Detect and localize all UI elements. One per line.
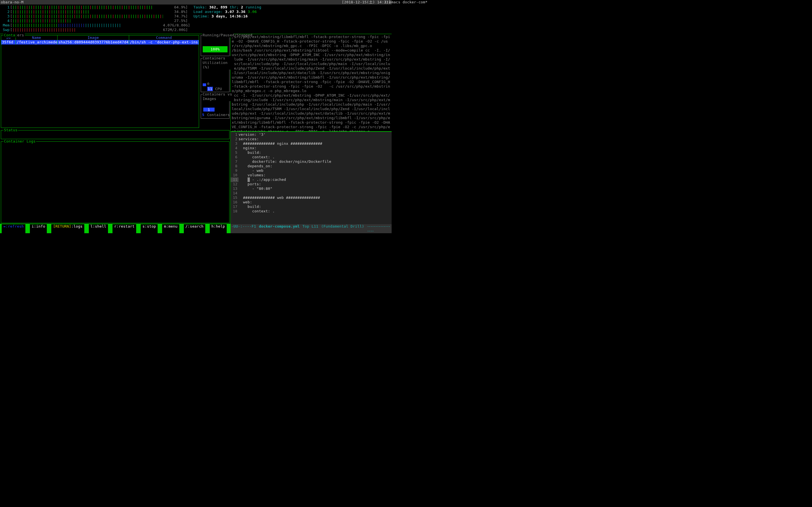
editor-line[interactable]: 1version: '3' [231, 132, 392, 137]
editor-line[interactable]: 5 build: [231, 151, 392, 155]
window-title: 1:emacs docker-com* [0, 0, 392, 4]
cpu-meter-1: 1 [|||||||||||||||||||||||||||||||||||||… [2, 5, 188, 10]
footer-btn-search[interactable]: /:search [184, 224, 205, 233]
rps-meter: 100% [203, 46, 227, 52]
footer-btn-menu[interactable]: m:menu [162, 224, 179, 233]
containers-table[interactable]: Contai ers Id Name Image Command 35f6d/f… [1, 35, 199, 128]
footer-btn-restart[interactable]: r:restart [112, 224, 136, 233]
status-panel: Status [1, 130, 230, 139]
util-bar [203, 83, 206, 86]
mem-meter: Mem [|||||||||||||||||||||||||||||||||||… [2, 23, 188, 27]
editor-line[interactable]: 12 ports: [231, 182, 392, 186]
footer-bar: =:refreshi:info[RETURN]:logsl:shellr:res… [0, 224, 231, 233]
footer-btn-help[interactable]: h:help [210, 224, 227, 233]
footer-btn-info[interactable]: i:info [30, 224, 47, 233]
editor-pane[interactable]: 1version: '3' 2services: 3 #############… [231, 131, 392, 233]
footer-btn-shell[interactable]: l:shell [89, 224, 108, 233]
footer-btn-refresh[interactable]: =:refresh [2, 224, 26, 233]
utilization-widget: Containers Utilization (%) 0 11 CPU [201, 58, 230, 92]
cpu-meter-2: 2 [|||||||||||||||||||||||||||||||||| 34… [2, 10, 188, 14]
editor-line[interactable]: 6 context: . [231, 155, 392, 159]
editor-line[interactable]: 18 context: . [231, 209, 392, 214]
editor-line[interactable]: 16 web: [231, 200, 392, 205]
tmux-titlebar: obara-no-M 1:emacs docker-com* [2018-12-… [0, 0, 392, 4]
build-log-pane[interactable]: /src/php/ext/mbstring/libmbfl/mbfl -fsta… [231, 34, 392, 131]
footer-btn-stop[interactable]: s:stop [141, 224, 158, 233]
emacs-modeline: -UU-:----F1 docker-compose.yml Top L11 (… [231, 224, 392, 233]
editor-line[interactable]: 10 volumes: [231, 173, 392, 177]
editor-line[interactable]: 8 depends_on: [231, 164, 392, 168]
editor-line[interactable]: 7 dockerfile: docker/nginx/Dockerfile [231, 159, 392, 164]
clock-label: [2018-12-15(土) 14:21] [342, 0, 391, 4]
table-row[interactable]: 35f6d/festive_archimedes sha256:d809444d… [1, 40, 199, 45]
htop-stats: Tasks: 362, 899 thr; 2 running Load aver… [193, 5, 261, 32]
container-logs-panel[interactable]: Container Logs [1, 142, 230, 223]
editor-line[interactable]: 15 ############## web ############### [231, 195, 392, 200]
host-label: obara-no-M [1, 0, 23, 4]
containers-vs-images-widget: Containers vs Images 1 5 Containers [201, 94, 230, 119]
running-paused-stopped-widget: Running/Paused/Stopped 100% [201, 35, 230, 56]
cpu-meter-3: 3 [|||||||||||||||||||||||||||||||||||||… [2, 14, 188, 18]
editor-line[interactable]: 17 build: [231, 205, 392, 209]
editor-line[interactable]: 3 ############## nginx ############## [231, 142, 392, 146]
editor-line[interactable]: 4 nginx: [231, 146, 392, 151]
table-header: Id Name Image Command [1, 36, 199, 40]
editor-line[interactable]: 9 - web [231, 168, 392, 173]
cpu-meter-4: 4 [|||||||||||||||||||||||||| 27.5%] [2, 18, 188, 23]
htop-panel: 1 [|||||||||||||||||||||||||||||||||||||… [0, 4, 392, 34]
panel-title-containers: Contai [3, 33, 18, 38]
editor-line[interactable]: 13 - "80:80" [231, 186, 392, 191]
editor-line[interactable]: 14 [231, 191, 392, 195]
editor-line[interactable]: 11 - .:/app:cached [231, 177, 392, 182]
swp-meter: Swp [|||||||||||||||||||||||||||| 672M/2… [2, 27, 188, 32]
footer-btn-logs[interactable]: [RETURN]:logs [51, 224, 84, 233]
editor-line[interactable]: 2services: [231, 137, 392, 142]
